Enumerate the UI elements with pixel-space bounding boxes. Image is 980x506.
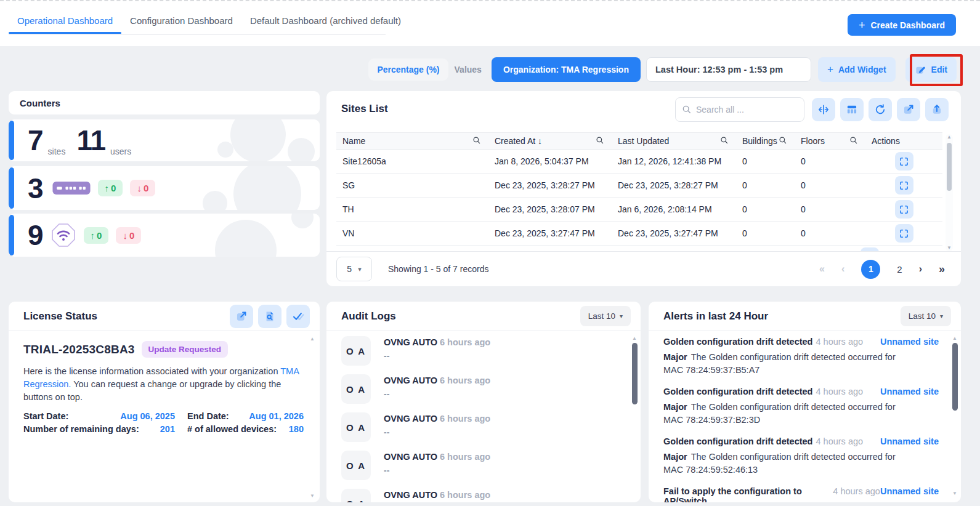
open-external-button[interactable] (897, 98, 920, 121)
avatar: O A (341, 412, 371, 442)
column-search-icon[interactable] (596, 136, 604, 147)
next-page-icon[interactable]: › (919, 263, 922, 275)
first-page-icon[interactable]: « (819, 263, 825, 275)
start-date-label: Start Date: (23, 411, 68, 421)
column-search-icon[interactable] (779, 136, 787, 147)
audit-filter-dropdown[interactable]: Last 10 ▾ (580, 306, 631, 326)
table-scrollbar[interactable]: ▲ ▼ (946, 134, 953, 251)
counter-card-aps[interactable]: 9 ↑0 ↓0 (9, 214, 320, 257)
tab-default-dashboard[interactable]: Default Dashboard (archived default) (241, 12, 410, 33)
column-header-created-at[interactable]: Created At ↓ (488, 136, 612, 147)
list-item[interactable]: Golden configuration drift detected4 hou… (663, 337, 939, 376)
column-search-icon[interactable] (720, 136, 729, 147)
table-row[interactable]: SG Dec 23, 2025, 3:28:27 PM Dec 23, 2025… (336, 174, 942, 198)
alert-time: 4 hours ago (816, 436, 863, 446)
alert-site-link[interactable]: Unnamed site (880, 486, 939, 496)
scroll-down-icon[interactable]: ▼ (952, 491, 957, 496)
create-dashboard-button[interactable]: + Create Dashboard (848, 14, 956, 36)
scrollbar-thumb[interactable] (947, 143, 952, 191)
alert-site-link[interactable]: Unnamed site (880, 337, 939, 347)
page-size-select[interactable]: 5 ▾ (336, 257, 372, 281)
organization-selector-button[interactable]: Organization: TMA Regression (492, 57, 641, 82)
scroll-down-icon[interactable]: ▼ (310, 493, 315, 499)
column-search-icon[interactable] (472, 136, 481, 147)
sites-search-input[interactable] (696, 105, 798, 114)
external-link-icon (902, 103, 915, 116)
alerts-filter-label: Last 10 (909, 311, 936, 321)
edit-button[interactable]: Edit (905, 57, 957, 82)
license-review-button[interactable] (258, 305, 281, 328)
add-widget-button[interactable]: + Add Widget (818, 57, 896, 82)
alert-site-link[interactable]: Unnamed site (880, 436, 939, 446)
values-toggle[interactable]: Values (455, 65, 482, 74)
column-header-buildings[interactable]: Buildings (736, 136, 795, 147)
time-range-input[interactable] (646, 57, 811, 82)
counters-panel-title: Counters (9, 91, 320, 114)
scrollbar-thumb[interactable] (632, 343, 638, 404)
column-label: Floors (801, 136, 825, 146)
license-open-external-button[interactable] (230, 305, 253, 328)
column-label: Buildings (742, 136, 777, 146)
page-1-button[interactable]: 1 (861, 260, 880, 279)
table-row[interactable]: VN Dec 23, 2025, 3:27:47 PM Dec 23, 2025… (336, 222, 942, 246)
expand-site-button[interactable] (895, 224, 913, 243)
expand-site-button[interactable] (895, 176, 913, 195)
cell-created-at: Dec 23, 2025, 3:27:47 PM (488, 228, 612, 238)
alerts-panel: Alerts in last 24 Hour Last 10 ▾ Golden … (649, 302, 961, 502)
column-label: Created At ↓ (495, 136, 542, 146)
audit-detail: -- (384, 389, 490, 399)
list-item[interactable]: O A OVNG AUTO6 hours ago-- (326, 332, 628, 370)
scroll-up-icon[interactable]: ▲ (310, 336, 315, 342)
table-row[interactable]: TH Dec 23, 2025, 3:28:07 PM Jan 6, 2026,… (336, 198, 942, 222)
expand-site-button[interactable] (895, 152, 913, 171)
dashboard-tabs: Operational Dashboard Configuration Dash… (9, 12, 410, 33)
list-item[interactable]: Golden configuration drift detected4 hou… (663, 436, 939, 476)
export-button[interactable] (925, 98, 949, 121)
plus-icon: + (827, 63, 833, 76)
counter-card-switches[interactable]: 3 ↑0 ↓0 (9, 166, 320, 210)
percentage-toggle[interactable]: Percentage (%) (368, 58, 448, 81)
refresh-button[interactable] (869, 98, 892, 121)
counter-card-sites-users[interactable]: 7 sites 11 users (9, 119, 320, 161)
list-item[interactable]: O A OVNG AUTO6 hours ago-- (326, 484, 628, 502)
scroll-up-icon[interactable]: ▲ (952, 335, 957, 341)
scroll-down-icon[interactable]: ▼ (947, 245, 952, 251)
column-resize-icon (817, 103, 830, 116)
avatar: O A (341, 374, 371, 404)
alerts-scrollbar[interactable]: ▲ ▼ (952, 335, 958, 496)
prev-page-icon[interactable]: ‹ (841, 263, 844, 275)
column-header-name[interactable]: Name (336, 136, 488, 147)
column-header-floors[interactable]: Floors (795, 136, 865, 147)
columns-settings-button[interactable] (840, 98, 864, 121)
column-header-last-updated[interactable]: Last Updated (612, 136, 736, 147)
alert-time: 4 hours ago (816, 387, 863, 396)
scrollbar-thumb[interactable] (952, 343, 958, 411)
chevron-down-icon: ▾ (940, 313, 943, 319)
alert-site-link[interactable]: Unnamed site (880, 387, 939, 396)
fullscreen-icon (899, 156, 909, 167)
alert-title: Fail to apply the configuration to AP/Sw… (663, 486, 830, 502)
page-2-button[interactable]: 2 (897, 264, 902, 275)
scroll-up-icon[interactable]: ▲ (632, 335, 637, 341)
list-item[interactable]: Golden configuration drift detected4 hou… (663, 387, 939, 426)
cell-floors: 0 (795, 228, 865, 238)
expand-site-button[interactable] (895, 200, 913, 219)
license-approve-button[interactable] (286, 305, 310, 328)
last-page-icon[interactable]: » (939, 263, 945, 276)
list-item[interactable]: O A OVNG AUTO6 hours ago-- (326, 370, 628, 408)
list-item[interactable]: Fail to apply the configuration to AP/Sw… (663, 486, 939, 502)
tab-operational-dashboard[interactable]: Operational Dashboard (9, 12, 121, 33)
column-resize-button[interactable] (812, 98, 835, 121)
column-search-icon[interactable] (849, 136, 858, 147)
table-row[interactable]: Site12605a Jan 8, 2026, 5:04:37 PM Jan 1… (336, 150, 942, 174)
list-item[interactable]: O A OVNG AUTO6 hours ago-- (326, 408, 628, 446)
scroll-up-icon[interactable]: ▲ (947, 134, 952, 140)
alerts-filter-dropdown[interactable]: Last 10 ▾ (901, 306, 951, 326)
list-item[interactable]: O A OVNG AUTO6 hours ago-- (326, 446, 628, 484)
audit-scrollbar[interactable]: ▲ (631, 335, 638, 496)
column-label: Last Updated (618, 136, 669, 146)
sort-desc-icon[interactable]: ↓ (538, 136, 542, 146)
switches-down-badge: ↓0 (130, 180, 155, 196)
tab-configuration-dashboard[interactable]: Configuration Dashboard (121, 12, 241, 33)
sites-search[interactable] (675, 97, 804, 122)
